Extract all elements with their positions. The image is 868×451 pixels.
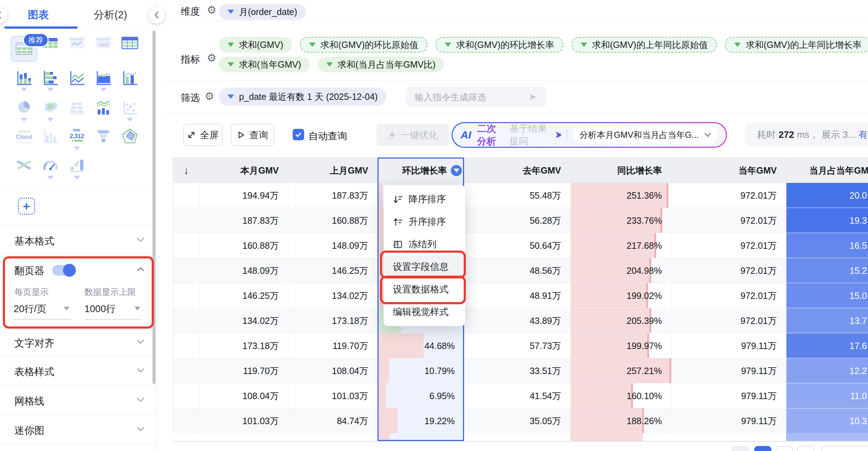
divider [0, 29, 156, 29]
chart-type-area-chart[interactable] [90, 70, 117, 92]
ai-question-placeholder[interactable]: 基于结果提问 [509, 122, 548, 147]
menu-item-sort-asc[interactable]: 升序排序 [384, 210, 465, 233]
column-header[interactable]: 当年GMV [672, 158, 786, 183]
query-button[interactable]: 查询 [231, 124, 274, 146]
send-arrow-icon[interactable] [528, 93, 538, 101]
chart-type-combo-chart[interactable] [117, 70, 143, 92]
menu-item-field-info[interactable]: 设置字段信息 [384, 256, 465, 278]
column-header[interactable]: 上月GMV [288, 158, 378, 183]
menu-item-sort-desc[interactable]: 降序排序 [384, 188, 465, 210]
pager-toggle[interactable] [52, 265, 75, 276]
section-grid-line[interactable]: 网格线 [14, 394, 44, 408]
chart-type-trend-card[interactable] [64, 36, 90, 62]
pagination-page-1-button[interactable] [754, 446, 771, 451]
chevron-down-icon[interactable] [136, 339, 145, 345]
chevron-down-icon[interactable] [74, 176, 80, 180]
sort-indicator-column[interactable]: ↓ [173, 158, 200, 183]
metric-pill[interactable]: 求和(GMV)的上年同比增长率 [725, 37, 868, 53]
chevron-down-icon[interactable] [74, 146, 80, 150]
metric-pill[interactable]: 求和(GMV)的环比原始值 [300, 37, 428, 53]
tab-analysis[interactable]: 分析(2) [94, 8, 127, 22]
metric-pill[interactable]: 求和(GMV)的上年同比原始值 [571, 37, 717, 53]
sidebar-scrollbar[interactable] [152, 30, 156, 384]
chevron-down-icon[interactable] [47, 88, 54, 92]
chart-type-trend-bar-chart[interactable] [90, 100, 117, 122]
divider [0, 414, 156, 414]
chevron-down-icon[interactable] [21, 88, 27, 92]
svg-text:Word Cloud: Word Cloud [16, 141, 31, 144]
chevron-down-icon[interactable] [136, 397, 145, 403]
collapse-sidebar-button[interactable] [148, 6, 165, 24]
gear-icon[interactable]: ⚙ [205, 90, 214, 102]
menu-item-data-format[interactable]: 设置数据格式 [384, 278, 465, 301]
chevron-down-icon[interactable] [704, 132, 712, 138]
stat-link[interactable]: 有 [858, 128, 868, 141]
filter-command-input[interactable]: 输入指令生成筛选 [406, 87, 546, 107]
menu-item-freeze-column[interactable]: 冻结列 [384, 233, 465, 256]
gear-icon[interactable]: ⚙ [207, 52, 216, 64]
metric-pill[interactable]: 求和(GMV) [219, 37, 292, 53]
chart-type-scatter-chart[interactable] [117, 100, 143, 122]
section-pager[interactable]: 翻页器 [14, 264, 44, 278]
data-limit-select[interactable]: 1000行 [84, 302, 142, 320]
chevron-down-icon[interactable] [136, 237, 145, 243]
chevron-down-icon[interactable] [100, 88, 107, 92]
chart-type-bar-chart-faded[interactable] [37, 128, 64, 150]
pagination-jump-button[interactable] [821, 446, 868, 451]
section-table-style[interactable]: 表格样式 [14, 365, 54, 379]
chevron-down-icon[interactable] [47, 176, 54, 180]
chart-type-kpi-card[interactable]: 2,312 [64, 128, 90, 150]
chart-type-china-map[interactable] [37, 100, 64, 122]
chevron-down-icon[interactable] [136, 368, 145, 373]
metric-pill[interactable]: 求和(当年GMV) [219, 57, 310, 72]
chevron-down-icon[interactable] [21, 118, 27, 122]
column-header[interactable]: 本月GMV [200, 158, 288, 183]
metric-pill[interactable]: 求和(GMV)的环比增长率 [435, 37, 564, 53]
ai-send-arrow-icon[interactable] [554, 131, 561, 139]
chart-type-radar-chart[interactable] [117, 128, 143, 150]
chevron-up-icon[interactable] [136, 266, 145, 272]
tab-charts[interactable]: 图表 [28, 8, 49, 22]
ai-suggested-question[interactable]: 分析本月GMV和当月占当年G... [573, 126, 718, 144]
column-header[interactable]: 当月占当年GM [786, 158, 868, 183]
chart-type-horizontal-bar-chart[interactable] [37, 70, 64, 92]
column-header[interactable]: 去年GMV [464, 158, 571, 183]
data-table-icon [121, 36, 138, 50]
section-basic-format[interactable]: 基本格式 [14, 234, 54, 248]
fullscreen-button[interactable]: 全屏 [183, 124, 223, 146]
filter-pill[interactable]: p_date 最近有数 1 天 (2025-12-04) [219, 88, 386, 106]
metric-pill[interactable]: 求和(当月占当年GMV比) [318, 57, 444, 72]
chart-type-gauge-chart[interactable] [37, 158, 64, 180]
gear-icon[interactable]: ⚙ [207, 4, 216, 16]
section-text-align[interactable]: 文字对齐 [14, 336, 54, 350]
column-menu-badge[interactable] [451, 165, 462, 176]
chart-type-word-cloud[interactable]: WordCloudWord Cloud [11, 128, 37, 150]
dimension-pill[interactable]: 月(order_date) [219, 4, 306, 20]
auto-query-checkbox[interactable] [293, 129, 304, 140]
chevron-down-icon[interactable] [127, 118, 133, 122]
chevron-down-icon[interactable] [47, 118, 54, 122]
triangle-down-icon [228, 10, 234, 14]
chart-type-bar-chart[interactable] [11, 70, 37, 92]
trend-bar-chart-icon [95, 100, 112, 116]
auto-query-label[interactable]: 自动查询 [308, 130, 347, 142]
chevron-down-icon[interactable] [136, 426, 145, 432]
pagination-page-2-button[interactable] [776, 446, 793, 451]
chart-type-funnel-chart[interactable] [90, 128, 117, 150]
chart-type-okr-card[interactable]: OKR [90, 36, 117, 62]
chart-type-matrix-table[interactable] [64, 100, 90, 122]
chart-type-line-chart[interactable] [64, 70, 90, 92]
chart-type-waterfall-chart[interactable] [64, 158, 90, 180]
chart-type-sankey-chart[interactable] [11, 158, 37, 180]
per-page-select[interactable]: 20行/页 [14, 302, 71, 320]
chart-type-pie-chart[interactable] [11, 100, 37, 122]
add-chart-button[interactable]: + [18, 198, 35, 215]
column-header-selected[interactable]: 环比增长率 [378, 158, 464, 183]
column-header[interactable]: 同比增长率 [571, 158, 672, 183]
chart-type-data-table[interactable] [117, 36, 143, 62]
section-mini-chart[interactable]: 迷你图 [14, 424, 44, 437]
svg-text:Cloud: Cloud [16, 134, 32, 140]
pagination-page-3-button[interactable] [797, 446, 814, 451]
menu-item-visual-style[interactable]: 编辑视觉样式 [384, 301, 465, 323]
pagination-prev-button[interactable] [732, 446, 749, 451]
